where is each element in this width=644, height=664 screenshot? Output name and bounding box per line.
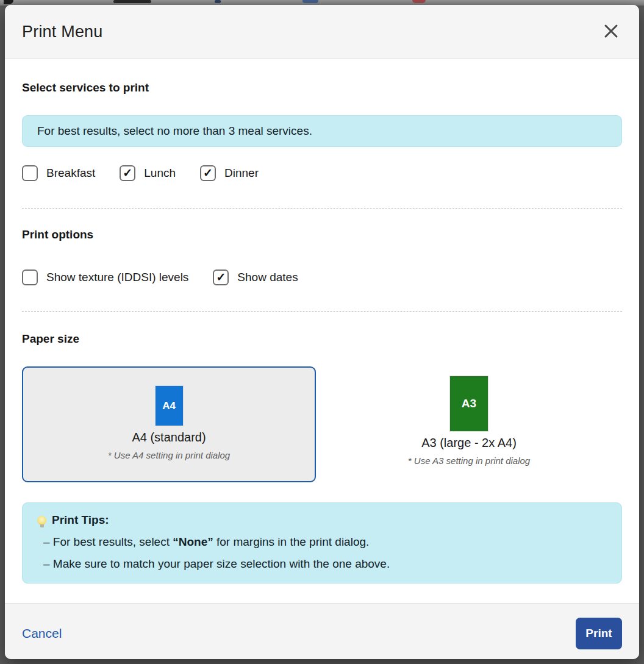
paper-option-note: * Use A4 setting in print dialog: [108, 450, 230, 460]
services-info-text: For best results, select no more than 3 …: [37, 124, 312, 138]
checkbox-show-dates[interactable]: Show dates: [213, 270, 298, 285]
backdrop-fragment: [113, 0, 151, 3]
dialog-body: Select services to print For best result…: [5, 59, 639, 603]
tip-line: – For best results, select “None” for ma…: [37, 535, 607, 549]
checkbox-box: [213, 270, 229, 285]
tip-text: – Make sure to match your paper size sel…: [43, 557, 390, 570]
checkbox-label: Lunch: [144, 166, 176, 180]
a4-paper-icon: A4: [156, 386, 183, 426]
print-tips-title: Print Tips:: [52, 513, 109, 527]
print-button[interactable]: Print: [576, 618, 622, 649]
services-heading: Select services to print: [22, 81, 622, 95]
tip-text: for margins in the print dialog.: [213, 535, 370, 548]
lightbulb-icon: [37, 516, 46, 525]
dialog-title: Print Menu: [22, 23, 103, 41]
checkbox-label: Show dates: [237, 271, 298, 284]
tip-line: – Make sure to match your paper size sel…: [37, 557, 607, 571]
backdrop-fragment: [302, 0, 318, 3]
close-icon: [603, 23, 619, 41]
paper-size-heading: Paper size: [22, 332, 622, 346]
paper-option-label: A3 (large - 2x A4): [421, 436, 517, 450]
tip-bold-text: “None”: [173, 535, 213, 548]
section-divider: [22, 311, 622, 312]
checkbox-label: Dinner: [224, 166, 259, 180]
service-checkbox-row: Breakfast Lunch Dinner: [22, 165, 622, 181]
checkbox-lunch[interactable]: Lunch: [120, 165, 176, 181]
print-tips-heading: Print Tips:: [37, 513, 607, 527]
checkbox-box: [120, 165, 135, 181]
paper-option-note: * Use A3 setting in print dialog: [408, 455, 530, 466]
a3-paper-icon: A3: [450, 376, 488, 431]
checkbox-show-iddsi[interactable]: Show texture (IDDSI) levels: [22, 270, 188, 285]
dialog-footer: Cancel Print: [5, 603, 639, 659]
dialog-header: Print Menu: [5, 5, 639, 59]
checkbox-label: Breakfast: [46, 166, 95, 180]
print-menu-dialog: Print Menu Select services to print For …: [5, 5, 639, 659]
backdrop-fragment: [4, 0, 13, 4]
print-tips-box: Print Tips: – For best results, select “…: [22, 502, 622, 584]
checkbox-box: [22, 165, 38, 181]
paper-size-options: A4 A4 (standard) * Use A4 setting in pri…: [22, 366, 622, 484]
checkbox-box: [22, 270, 38, 285]
paper-option-a3[interactable]: A3 A3 (large - 2x A4) * Use A3 setting i…: [316, 366, 622, 484]
section-divider: [22, 208, 622, 209]
close-button[interactable]: [600, 21, 622, 43]
cancel-link[interactable]: Cancel: [22, 626, 62, 641]
print-options-row: Show texture (IDDSI) levels Show dates: [22, 270, 622, 285]
paper-option-label: A4 (standard): [132, 430, 206, 444]
checkbox-breakfast[interactable]: Breakfast: [22, 165, 95, 181]
backdrop-fragment: [215, 0, 221, 3]
checkbox-label: Show texture (IDDSI) levels: [46, 271, 188, 284]
services-info-banner: For best results, select no more than 3 …: [22, 115, 622, 147]
backdrop-fragment: [412, 0, 426, 3]
paper-option-a4[interactable]: A4 A4 (standard) * Use A4 setting in pri…: [22, 366, 316, 482]
checkbox-dinner[interactable]: Dinner: [200, 165, 259, 181]
print-options-heading: Print options: [22, 228, 622, 241]
checkbox-box: [200, 165, 216, 181]
tip-text: – For best results, select: [43, 535, 173, 548]
